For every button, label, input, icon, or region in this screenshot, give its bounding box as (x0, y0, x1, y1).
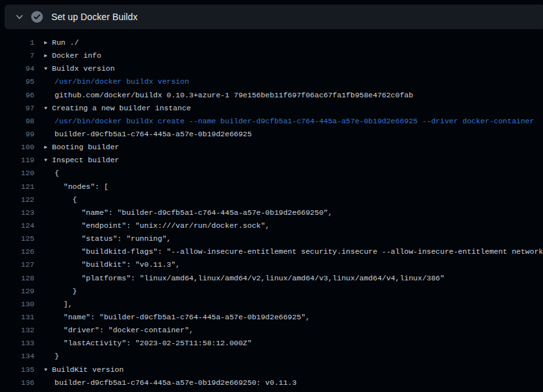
output-text: "endpoint": "unix:///var/run/docker.sock… (34, 219, 270, 232)
step-title: Set up Docker Buildx (51, 12, 138, 22)
line-number[interactable]: 124 (0, 219, 34, 232)
line-number[interactable]: 122 (0, 193, 34, 206)
triangle-expanded-icon[interactable]: ▼ (44, 154, 52, 167)
triangle-expanded-icon[interactable]: ▼ (44, 62, 52, 75)
log-line[interactable]: 119▼Inspect builder (0, 154, 543, 167)
group-line[interactable]: ▶Run ./ (34, 36, 79, 49)
output-text: github.com/docker/buildx 0.10.3+azure-1 … (34, 89, 413, 102)
output-text: ], (34, 298, 73, 311)
output-text: } (34, 350, 59, 363)
group-label[interactable]: Run ./ (52, 38, 79, 47)
group-label[interactable]: Booting builder (52, 143, 120, 151)
log-line[interactable]: 94▼Buildx version (0, 62, 543, 75)
log-line: 134} (0, 350, 543, 363)
output-text: "buildkit": "v0.11.3", (34, 258, 180, 271)
line-number[interactable]: 134 (0, 350, 34, 363)
output-text: "lastActivity": "2023-02-25T11:58:12.000… (34, 337, 252, 350)
log-line: 133 "lastActivity": "2023-02-25T11:58:12… (0, 337, 543, 350)
line-number[interactable]: 128 (0, 272, 34, 285)
output-text: { (34, 167, 59, 180)
line-number[interactable]: 132 (0, 324, 34, 337)
log-line: 126 "buildkitd-flags": "--allow-insecure… (0, 245, 543, 258)
log-line[interactable]: 100▶Booting builder (0, 141, 543, 154)
line-number[interactable]: 127 (0, 258, 34, 271)
line-number[interactable]: 119 (0, 154, 34, 167)
line-number[interactable]: 125 (0, 232, 34, 245)
output-text: builder-d9cfb5a1-c764-445a-a57e-0b19d2e6… (34, 376, 297, 389)
triangle-collapsed-icon[interactable]: ▶ (44, 49, 52, 62)
log-line: 128 "platforms": "linux/amd64,linux/amd6… (0, 272, 543, 285)
output-text: "driver": "docker-container", (34, 324, 194, 337)
group-label[interactable]: Creating a new builder instance (52, 104, 191, 112)
command-text: /usr/bin/docker buildx create --name bui… (34, 115, 534, 128)
log-line: 98/usr/bin/docker buildx create --name b… (0, 115, 543, 128)
group-label[interactable]: Inspect builder (52, 156, 120, 164)
line-number[interactable]: 136 (0, 376, 34, 389)
log-line: 127 "buildkit": "v0.11.3", (0, 258, 543, 271)
line-number[interactable]: 121 (0, 180, 34, 193)
line-number[interactable]: 123 (0, 206, 34, 219)
line-number[interactable]: 129 (0, 285, 34, 298)
line-number[interactable]: 133 (0, 337, 34, 350)
log-line[interactable]: 7▶Docker info (0, 49, 543, 62)
line-number[interactable]: 130 (0, 298, 34, 311)
output-text: "status": "running", (34, 232, 171, 245)
triangle-collapsed-icon[interactable]: ▶ (44, 36, 52, 49)
output-text: "name": "builder-d9cfb5a1-c764-445a-a57e… (34, 206, 333, 219)
log-line: 124 "endpoint": "unix:///var/run/docker.… (0, 219, 543, 232)
line-number[interactable]: 94 (0, 62, 34, 75)
line-number[interactable]: 98 (0, 115, 34, 128)
command-text: /usr/bin/docker buildx version (34, 75, 189, 88)
line-number[interactable]: 100 (0, 141, 34, 154)
output-text: "name": "builder-d9cfb5a1-c764-445a-a57e… (34, 311, 310, 324)
output-text: } (34, 285, 77, 298)
log-line: 129 } (0, 285, 543, 298)
log-line[interactable]: 135▼BuildKit version (0, 363, 543, 376)
log-line: 122 { (0, 193, 543, 206)
log-line[interactable]: 97▼Creating a new builder instance (0, 102, 543, 115)
line-number[interactable]: 1 (0, 36, 34, 49)
triangle-collapsed-icon[interactable]: ▶ (44, 141, 52, 154)
log-line: 136builder-d9cfb5a1-c764-445a-a57e-0b19d… (0, 376, 543, 389)
output-text: { (34, 193, 77, 206)
line-number[interactable]: 120 (0, 167, 34, 180)
line-number[interactable]: 97 (0, 102, 34, 115)
line-number[interactable]: 135 (0, 363, 34, 376)
line-number[interactable]: 126 (0, 245, 34, 258)
group-label[interactable]: Docker info (52, 51, 101, 60)
group-line[interactable]: ▶Booting builder (34, 141, 120, 154)
log-container: 1▶Run ./7▶Docker info94▼Buildx version95… (0, 29, 543, 392)
group-line[interactable]: ▼BuildKit version (34, 363, 123, 376)
group-line[interactable]: ▼Inspect builder (34, 154, 120, 167)
group-label[interactable]: BuildKit version (52, 365, 123, 374)
line-number[interactable]: 96 (0, 89, 34, 102)
log-line: 120{ (0, 167, 543, 180)
log-line: 125 "status": "running", (0, 232, 543, 245)
triangle-expanded-icon[interactable]: ▼ (44, 363, 52, 376)
log-line: 123 "name": "builder-d9cfb5a1-c764-445a-… (0, 206, 543, 219)
chevron-down-icon[interactable] (14, 12, 25, 22)
triangle-expanded-icon[interactable]: ▼ (44, 102, 52, 115)
log-line: 132 "driver": "docker-container", (0, 324, 543, 337)
line-number[interactable]: 131 (0, 311, 34, 324)
line-number[interactable]: 95 (0, 75, 34, 88)
log-line: 131 "name": "builder-d9cfb5a1-c764-445a-… (0, 311, 543, 324)
check-circle-icon (31, 10, 44, 23)
log-line: 121 "nodes": [ (0, 180, 543, 193)
output-text: "buildkitd-flags": "--allow-insecure-ent… (34, 245, 543, 258)
output-text: "platforms": "linux/amd64,linux/amd64/v2… (34, 272, 444, 285)
log-line: 95/usr/bin/docker buildx version (0, 75, 543, 88)
group-line[interactable]: ▶Docker info (34, 49, 101, 62)
log-line: 130 ], (0, 298, 543, 311)
log-line: 99builder-d9cfb5a1-c764-445a-a57e-0b19d2… (0, 128, 543, 141)
line-number[interactable]: 7 (0, 49, 34, 62)
line-number[interactable]: 99 (0, 128, 34, 141)
group-label[interactable]: Buildx version (52, 64, 115, 73)
log-line: 96github.com/docker/buildx 0.10.3+azure-… (0, 89, 543, 102)
group-line[interactable]: ▼Creating a new builder instance (34, 102, 191, 115)
log-line[interactable]: 1▶Run ./ (0, 36, 543, 49)
output-text: "nodes": [ (34, 180, 108, 193)
output-text: builder-d9cfb5a1-c764-445a-a57e-0b19d2e6… (34, 128, 252, 141)
step-header[interactable]: Set up Docker Buildx (5, 5, 543, 29)
group-line[interactable]: ▼Buildx version (34, 62, 115, 75)
